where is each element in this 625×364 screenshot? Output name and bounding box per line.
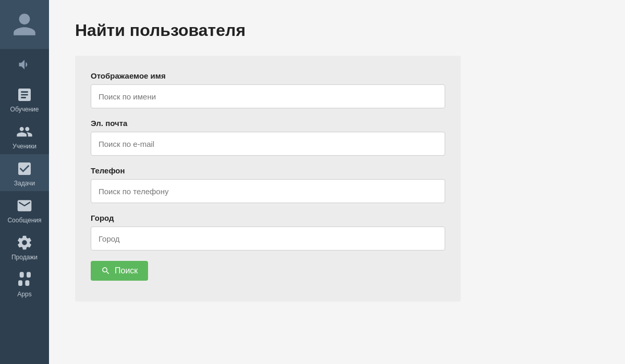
sidebar-item-obuchenie[interactable]: Обучение <box>0 80 49 117</box>
sidebar-item-zadachi-label: Задачи <box>14 180 35 187</box>
sidebar-item-obuchenie-label: Обучение <box>10 106 39 113</box>
page-title: Найти пользователя <box>75 21 599 40</box>
phone-form-group: Телефон <box>91 166 445 203</box>
sidebar-item-apps-label: Apps <box>17 291 31 298</box>
name-form-group: Отображаемое имя <box>91 71 445 108</box>
ucheniki-icon <box>16 123 33 140</box>
avatar <box>0 0 49 49</box>
name-label: Отображаемое имя <box>91 71 445 80</box>
prodazhi-icon <box>16 234 33 251</box>
email-form-group: Эл. почта <box>91 119 445 156</box>
zadachi-icon <box>16 160 33 177</box>
sidebar-item-apps[interactable]: Apps <box>0 265 49 302</box>
search-button-label: Поиск <box>115 266 138 275</box>
search-form-card: Отображаемое имя Эл. почта Телефон Город… <box>75 56 461 302</box>
city-input[interactable] <box>91 227 445 250</box>
sidebar-item-prodazhi-label: Продажи <box>11 254 38 261</box>
user-avatar-icon <box>11 11 38 38</box>
soobscheniya-icon <box>16 197 33 214</box>
city-label: Город <box>91 214 445 222</box>
sidebar-item-zadachi[interactable]: Задачи <box>0 154 49 191</box>
sidebar-item-ucheniki-label: Ученики <box>13 143 36 150</box>
main-content: Найти пользователя Отображаемое имя Эл. … <box>49 0 625 364</box>
phone-label: Телефон <box>91 166 445 175</box>
sound-icon <box>17 57 32 72</box>
sidebar-item-prodazhi[interactable]: Продажи <box>0 228 49 265</box>
email-input[interactable] <box>91 132 445 156</box>
sidebar-item-soobscheniya-label: Сообщения <box>7 217 41 224</box>
sidebar-item-soobscheniya[interactable]: Сообщения <box>0 191 49 228</box>
search-button[interactable]: Поиск <box>91 261 148 281</box>
sidebar: Обучение Ученики Задачи Сообщения Продаж… <box>0 0 49 364</box>
obuchenie-icon <box>16 86 33 103</box>
apps-icon <box>16 271 33 288</box>
sound-control[interactable] <box>0 49 49 80</box>
email-label: Эл. почта <box>91 119 445 128</box>
city-form-group: Город <box>91 214 445 250</box>
search-icon <box>101 266 111 275</box>
phone-input[interactable] <box>91 179 445 203</box>
name-input[interactable] <box>91 84 445 108</box>
sidebar-item-ucheniki[interactable]: Ученики <box>0 117 49 154</box>
